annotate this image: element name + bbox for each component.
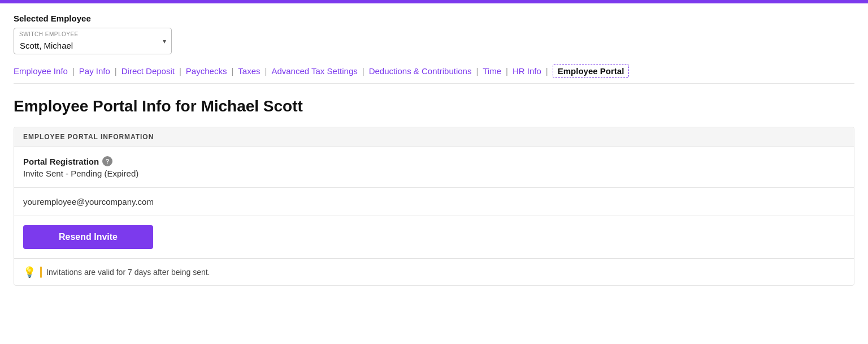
selected-employee-label: Selected Employee xyxy=(14,14,854,23)
email-row: youremployee@yourcompany.com xyxy=(14,188,854,216)
page-title: Employee Portal Info for Michael Scott xyxy=(14,97,854,115)
field-label-portal-registration: Portal Registration ? xyxy=(23,156,845,166)
section-header: EMPLOYEE PORTAL INFORMATION xyxy=(14,127,854,147)
nav-item-employee-info[interactable]: Employee Info xyxy=(14,66,68,76)
notice-bar-accent xyxy=(40,266,42,278)
nav-item-taxes[interactable]: Taxes xyxy=(238,66,260,76)
nav-item-advanced-tax-settings[interactable]: Advanced Tax Settings xyxy=(271,66,357,76)
nav-item-direct-deposit[interactable]: Direct Deposit xyxy=(121,66,175,76)
nav-sep-1: | xyxy=(72,66,75,76)
nav-item-deductions-contributions[interactable]: Deductions & Contributions xyxy=(369,66,472,76)
notice-text: Invitations are valid for 7 days after b… xyxy=(46,268,210,277)
nav-sep-3: | xyxy=(179,66,181,76)
help-icon[interactable]: ? xyxy=(102,156,112,166)
email-value: youremployee@yourcompany.com xyxy=(23,197,845,207)
portal-registration-row: Portal Registration ? Invite Sent - Pend… xyxy=(14,147,854,188)
bulb-icon: 💡 xyxy=(23,266,36,278)
notice-row: 💡 Invitations are valid for 7 days after… xyxy=(14,259,854,285)
employee-select-wrapper: SWITCH EMPLOYEE Scott, Michael ▾ xyxy=(14,28,172,54)
nav-item-time[interactable]: Time xyxy=(483,66,501,76)
resend-invite-button[interactable]: Resend Invite xyxy=(23,225,153,249)
nav-sep-9: | xyxy=(546,66,548,76)
nav-sep-7: | xyxy=(476,66,478,76)
nav-item-hr-info[interactable]: HR Info xyxy=(513,66,541,76)
resend-row: Resend Invite xyxy=(14,216,854,259)
portal-registration-value: Invite Sent - Pending (Expired) xyxy=(23,169,845,178)
employee-select[interactable]: Scott, Michael xyxy=(14,28,172,54)
nav-sep-8: | xyxy=(506,66,508,76)
nav-bar: Employee Info | Pay Info | Direct Deposi… xyxy=(14,64,854,84)
portal-registration-label-text: Portal Registration xyxy=(23,157,99,166)
nav-item-employee-portal[interactable]: Employee Portal xyxy=(553,64,630,78)
nav-item-pay-info[interactable]: Pay Info xyxy=(79,66,110,76)
nav-sep-4: | xyxy=(231,66,233,76)
nav-sep-6: | xyxy=(362,66,364,76)
section-card: EMPLOYEE PORTAL INFORMATION Portal Regis… xyxy=(14,127,854,286)
nav-sep-2: | xyxy=(115,66,117,76)
nav-sep-5: | xyxy=(265,66,267,76)
nav-item-paychecks[interactable]: Paychecks xyxy=(186,66,227,76)
